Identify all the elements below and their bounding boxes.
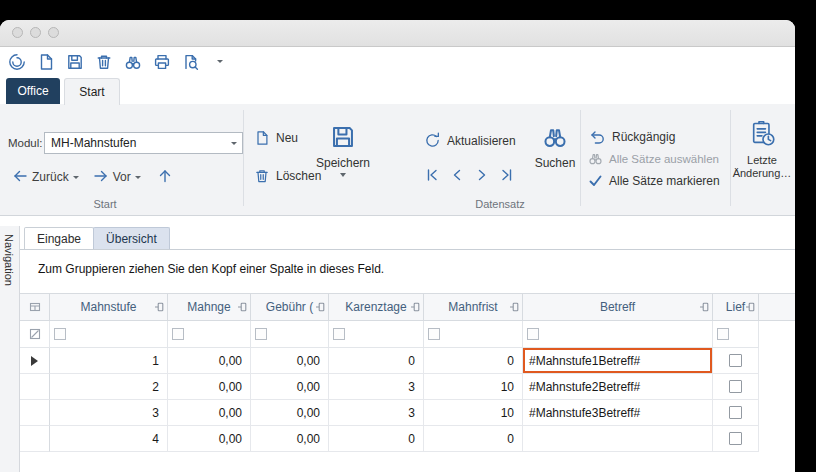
cell-mahnfrist[interactable]: 10 [424,374,523,400]
cell-mahnstufe[interactable]: 2 [50,374,168,400]
pin-icon[interactable] [154,302,165,313]
speichern-button[interactable]: Speichern [314,124,372,177]
filter-box[interactable] [527,328,539,340]
alle-saetze-auswaehlen-button[interactable]: Alle Sätze auswählen [588,151,719,166]
previous-record-icon[interactable] [449,166,465,184]
delete-icon[interactable] [94,51,114,73]
filter-box[interactable] [255,328,267,340]
filter-cell-betreff[interactable] [523,321,713,348]
pin-icon[interactable] [699,302,710,313]
loeschen-button[interactable]: Löschen [254,168,321,184]
cell-mahnge[interactable]: 0,00 [168,374,251,400]
filter-box[interactable] [54,328,66,340]
zoom-window-icon[interactable] [48,27,59,38]
print-preview-icon[interactable] [181,51,201,73]
pin-icon[interactable] [509,302,520,313]
pin-icon[interactable] [410,302,421,313]
lief-checkbox[interactable] [729,354,742,367]
cell-mahnge[interactable]: 0,00 [168,400,251,426]
cell-betreff[interactable]: #Mahnstufe3Betreff# [523,400,713,426]
window-titlebar[interactable] [0,20,795,47]
filter-box[interactable] [717,328,729,340]
cell-gebuehr[interactable]: 0,00 [251,374,329,400]
first-record-icon[interactable] [424,166,440,184]
cell-karenztage[interactable]: 3 [329,374,424,400]
filter-cell-lief[interactable] [713,321,759,348]
filter-cell-karenztage[interactable] [329,321,424,348]
cell-lief[interactable] [713,374,759,400]
filter-cell-mahnfrist[interactable] [424,321,523,348]
last-record-icon[interactable] [499,166,515,184]
row-indicator[interactable] [20,348,50,374]
back-button-label[interactable]: Zurück [32,170,69,184]
forward-caret-icon[interactable] [135,176,141,179]
cell-mahnstufe[interactable]: 1 [50,348,168,374]
cell-mahnge[interactable]: 0,00 [168,426,251,452]
cell-gebuehr[interactable]: 0,00 [251,348,329,374]
filter-cell-mahnstufe[interactable] [50,321,168,348]
cell-mahnfrist[interactable]: 0 [424,426,523,452]
cell-karenztage[interactable]: 0 [329,348,424,374]
tab-eingabe[interactable]: Eingabe [24,227,94,249]
row-indicator[interactable] [20,374,50,400]
alle-saetze-markieren-button[interactable]: Alle Sätze markieren [588,173,720,188]
cell-mahnstufe[interactable]: 4 [50,426,168,452]
column-header-karenztage[interactable]: Karenztage [329,293,424,321]
next-record-icon[interactable] [474,166,490,184]
lief-checkbox[interactable] [729,432,742,445]
filter-box[interactable] [172,328,184,340]
cell-gebuehr[interactable]: 0,00 [251,426,329,452]
pin-icon[interactable] [315,302,326,313]
app-logo-swirl-icon[interactable] [7,51,27,73]
neu-button[interactable]: Neu [254,130,298,146]
lief-checkbox[interactable] [729,380,742,393]
pin-icon[interactable] [745,302,756,313]
lief-checkbox[interactable] [729,406,742,419]
pin-icon[interactable] [237,302,248,313]
column-header-mahnstufe[interactable]: Mahnstufe [50,293,168,321]
cell-betreff[interactable] [523,426,713,452]
cell-lief[interactable] [713,426,759,452]
back-arrow-icon[interactable] [12,168,28,187]
minimize-window-icon[interactable] [30,27,41,38]
row-indicator[interactable] [20,426,50,452]
cell-mahnge[interactable]: 0,00 [168,348,251,374]
cell-betreff[interactable]: #Mahnstufe1Betreff# [523,348,713,374]
cell-mahnfrist[interactable]: 10 [424,400,523,426]
column-header-lief[interactable]: Lief [713,293,759,321]
letzte-aenderung-button[interactable]: Letzte Änderung… [732,120,792,180]
column-header-mahnfrist[interactable]: Mahnfrist [424,293,523,321]
cell-lief[interactable] [713,348,759,374]
column-header-betreff[interactable]: Betreff [523,293,713,321]
filter-box[interactable] [333,328,345,340]
cell-karenztage[interactable]: 0 [329,426,424,452]
forward-arrow-icon[interactable] [93,168,109,187]
tab-office[interactable]: Office [6,78,60,104]
filter-cell-mahnge[interactable] [168,321,251,348]
column-header-mahnge[interactable]: Mahnge [168,293,251,321]
toolbar-customize-caret-icon[interactable] [210,51,230,73]
tab-uebersicht[interactable]: Übersicht [93,227,170,249]
cell-karenztage[interactable]: 3 [329,400,424,426]
cell-mahnstufe[interactable]: 3 [50,400,168,426]
tab-start[interactable]: Start [64,78,120,105]
back-caret-icon[interactable] [73,176,79,179]
cell-mahnfrist[interactable]: 0 [424,348,523,374]
rueckgaengig-button[interactable]: Rückgängig [588,128,675,146]
suchen-button[interactable]: Suchen [530,124,580,170]
modul-combobox[interactable]: MH-Mahnstufen [44,132,243,154]
filter-cell-gebuehr[interactable] [251,321,329,348]
row-indicator[interactable] [20,400,50,426]
filter-box[interactable] [428,328,440,340]
cell-gebuehr[interactable]: 0,00 [251,400,329,426]
new-document-icon[interactable] [36,51,56,73]
forward-button-label[interactable]: Vor [113,170,131,184]
close-window-icon[interactable] [12,27,23,38]
cell-lief[interactable] [713,400,759,426]
aktualisieren-button[interactable]: Aktualisieren [424,132,516,149]
up-arrow-icon[interactable] [157,168,173,187]
find-icon[interactable] [123,51,143,73]
save-icon[interactable] [65,51,85,73]
column-header-gebuehr[interactable]: Gebühr ( [251,293,329,321]
print-icon[interactable] [152,51,172,73]
